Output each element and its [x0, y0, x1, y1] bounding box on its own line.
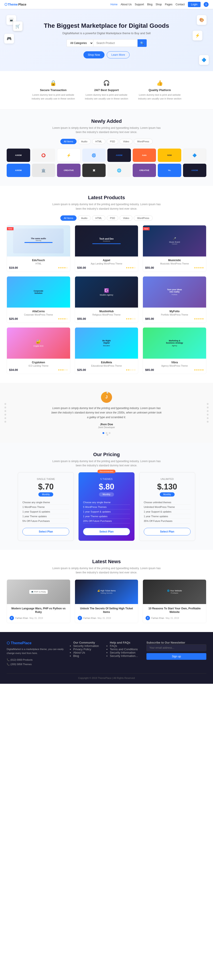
thumb-10[interactable]: 🏛️ [32, 164, 56, 177]
product-cryptoken-cat: ICO Landing Theme [9, 364, 68, 367]
news-title-0: Modern Language Wars, PHP vs Python vs R… [10, 607, 67, 614]
newsletter-signup-button[interactable]: Sign up [146, 653, 206, 660]
product-musicistic-title: Musicistic [145, 259, 204, 262]
thumb-8[interactable]: 🔷 [183, 149, 207, 162]
footer-newsletter-title: Subscribe to Our Newsletter [146, 641, 206, 644]
help-link-3[interactable]: Security Information... [110, 654, 140, 657]
lp-filter-all[interactable]: All Items [60, 215, 76, 221]
tnav-dot-2[interactable] [106, 432, 107, 434]
product-vibra[interactable]: Marketing &business strategy Agency Vibr… [143, 327, 206, 374]
news-card-2[interactable]: 🌐 Your WebsiteProfitable 10 Reasons To S… [143, 579, 206, 624]
thumb-14[interactable]: CREATIVE [133, 164, 156, 177]
learn-more-button[interactable]: Learn More [107, 51, 130, 59]
product-cryptoken-stars: ★★★☆☆ [58, 369, 68, 371]
thumb-6[interactable]: Auto [133, 149, 156, 162]
nav-shop[interactable]: Shop [156, 3, 162, 6]
product-myfolio[interactable]: Turn your ideasinto reality Portfolio My… [143, 276, 206, 323]
thumb-15[interactable]: Yo. [158, 164, 181, 177]
news-card-1[interactable]: 💰 High Ticket ItemsSelling Secrets Unloc… [75, 579, 138, 624]
nav-contact[interactable]: Contact [175, 3, 184, 6]
newsletter-input[interactable] [146, 644, 206, 651]
filter-psd[interactable]: PSD [107, 139, 119, 144]
help-link-2[interactable]: Security Information [110, 651, 140, 654]
thumb-5[interactable]: AXIOM [107, 149, 131, 162]
pricing-single-btn[interactable]: Select Plan [22, 528, 69, 535]
period-btn-1[interactable]: Monthly [99, 492, 114, 496]
thumb-16[interactable]: AXIOM [183, 164, 207, 177]
search-input[interactable] [93, 39, 138, 47]
filter-all[interactable]: All Items [60, 139, 76, 144]
lp-filter-video[interactable]: Video [119, 215, 132, 221]
product-cryptoken-price: $34.00 [9, 368, 18, 372]
thumb-9[interactable]: AXIOM [7, 164, 30, 177]
community-link-0[interactable]: Security Information [73, 644, 103, 648]
filter-audio[interactable]: Audio [78, 139, 91, 144]
filter-html[interactable]: HTML [92, 139, 105, 144]
thumb-11[interactable]: CREATIVE [57, 164, 81, 177]
lp-filter-audio[interactable]: Audio [78, 215, 91, 221]
testimonial-avatar: J [101, 392, 112, 403]
feature-quality-title: Quality Platform [138, 88, 182, 92]
cart-icon[interactable]: 0 [204, 2, 208, 7]
nav-support[interactable]: Support [135, 3, 144, 6]
community-link-1[interactable]: Privacy Policy [73, 648, 103, 651]
thumb-12[interactable]: ✖ [82, 164, 106, 177]
thumb-3[interactable]: ⚡ [57, 149, 81, 162]
feature-1-0: Choose any single theme [83, 500, 130, 505]
product-edutouch-title: EduTouch [9, 259, 68, 262]
product-appel[interactable]: Tech and Dev Solutions Appel App Landing… [75, 225, 138, 272]
thumb-2[interactable]: ⭕ [32, 149, 56, 162]
period-btn-0[interactable]: Monthly [38, 492, 53, 496]
nav-blog[interactable]: Blog [147, 3, 153, 6]
lp-filter-psd[interactable]: PSD [107, 215, 119, 221]
latest-products-title: Latest Products [7, 195, 206, 200]
search-button[interactable]: 🔍 [138, 39, 147, 47]
product-edumela-title: EduMela [77, 361, 136, 364]
tnav-dot-1[interactable] [103, 432, 104, 434]
lp-filter-html[interactable]: HTML [92, 215, 105, 221]
nav-home[interactable]: Home [110, 3, 118, 6]
nav-about[interactable]: About Us [121, 3, 132, 6]
footer-copyright: Copyright © 2019 ThemePlace | All Rights… [78, 677, 135, 679]
news-date-2: May 15, 2019 [165, 617, 179, 619]
newly-added-desc: Lorem ipsum is simply dummy text of the … [51, 126, 162, 134]
thumb-4[interactable]: 🌀 [82, 149, 106, 162]
pricing-single: SINGLE THEME $.70 Monthly Choose any sin… [18, 472, 74, 541]
shop-now-button[interactable]: Shop Now [83, 51, 105, 59]
community-link-2[interactable]: About Us [73, 651, 103, 654]
help-link-1[interactable]: Terms and Conditions [110, 648, 140, 651]
category-select[interactable]: All Categories [67, 39, 93, 47]
product-edumela[interactable]: Be RightDigital Education EduMela Educat… [75, 327, 138, 374]
newly-added-row1: AXIOM ⭕ ⚡ 🌀 AXIOM Auto NSM 🔷 [7, 149, 206, 162]
login-button[interactable]: Login [188, 2, 200, 7]
nav-logo[interactable]: ⬡ ThemePlace [5, 2, 26, 6]
help-link-0[interactable]: FAQs [110, 644, 140, 648]
product-cryptoken[interactable]: 🔐 Crypto ICO Cryptoken ICO Landing Theme… [7, 327, 70, 374]
thumb-13[interactable]: 🌐 [107, 164, 131, 177]
footer-help-title: Help and FAQs [110, 641, 140, 644]
thumb-7[interactable]: NSM [158, 149, 181, 162]
tnav-dot-3[interactable] [109, 432, 110, 434]
product-edutouch[interactable]: New The same audio learning EduTouch HTM… [7, 225, 70, 272]
community-link-3[interactable]: Blog [73, 654, 103, 657]
feature-support: 🎧 24/7 Best Support Lorem dummy text is … [84, 80, 129, 100]
thumb-1[interactable]: AXIOM [7, 149, 30, 162]
product-allacorns[interactable]: CorporateSolution AllaCorns Corporate Wo… [7, 276, 70, 323]
filter-wordpress[interactable]: WordPress [134, 139, 153, 144]
tdot-r5 [207, 417, 208, 419]
filter-video[interactable]: Video [119, 139, 132, 144]
product-muslimhub[interactable]: ☪️ Muslim Agency MuslimHub Religious Wor… [75, 276, 138, 323]
pricing-unlimited-btn[interactable]: Select Plan [144, 528, 191, 535]
testimonial-name: Jhon Doe [51, 423, 162, 426]
footer: ⬡ ThemePlace DigitalMarket is a marketpl… [0, 632, 213, 684]
testimonial-role: Joint Developer [51, 426, 162, 429]
nav-pages[interactable]: Pages [165, 3, 172, 6]
product-musicistic[interactable]: New 🎤 Music Event Concert Musicistic Mus… [143, 225, 206, 272]
lp-filter-wordpress[interactable]: WordPress [134, 215, 153, 221]
pricing-5themes-btn[interactable]: Select Plan [83, 528, 130, 535]
testimonial-nav [51, 432, 162, 434]
footer-contact: 📞 (012) 0000 Products 📞 (200) 5858 Theme… [7, 658, 67, 667]
footer-help: Help and FAQs FAQs Terms and Conditions … [110, 641, 140, 667]
news-card-0[interactable]: 💻 PHP vs Ruby Modern Language Wars, PHP … [7, 579, 70, 624]
period-btn-2[interactable]: Monthly [160, 492, 175, 496]
